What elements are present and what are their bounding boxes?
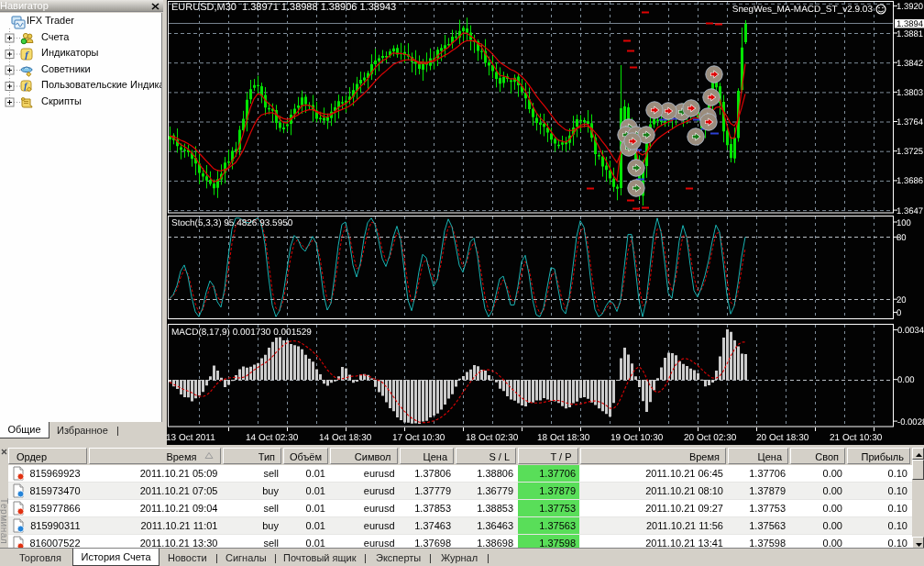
svg-text:0: 0 — [896, 308, 901, 318]
svg-text:1.3764: 1.3764 — [896, 117, 923, 128]
svg-text:1.3920: 1.3920 — [896, 2, 923, 12]
svg-text:1.3725: 1.3725 — [896, 147, 923, 157]
svg-text:80: 80 — [896, 233, 907, 243]
svg-text:100: 100 — [896, 218, 911, 228]
svg-text:EURUSD,M30 1.38971 1.38988 1.: EURUSD,M30 1.38971 1.38988 1.38906 1.389… — [171, 2, 396, 13]
svg-text:1.3894: 1.3894 — [896, 19, 923, 29]
svg-text:20 Oct 02:30: 20 Oct 02:30 — [684, 433, 737, 443]
svg-text:0.00: 0.00 — [897, 375, 915, 385]
svg-text:1.3881: 1.3881 — [896, 29, 923, 39]
svg-text:0.0034: 0.0034 — [897, 326, 924, 336]
svg-text:1.3842: 1.3842 — [896, 59, 923, 69]
svg-text:1.3803: 1.3803 — [896, 88, 923, 98]
svg-text:18 Oct 02:30: 18 Oct 02:30 — [466, 433, 519, 443]
svg-text:Stoch(5,3,3) 95.4826 93.5950: Stoch(5,3,3) 95.4826 93.5950 — [171, 218, 293, 228]
svg-text:SnegWes_MA-MACD_ST_v2.9.03: SnegWes_MA-MACD_ST_v2.9.03 — [732, 5, 874, 15]
svg-text:17 Oct 10:30: 17 Oct 10:30 — [392, 433, 446, 443]
svg-text:-0.0028: -0.0028 — [897, 417, 924, 427]
svg-text:20: 20 — [896, 295, 907, 305]
svg-text:19 Oct 10:30: 19 Oct 10:30 — [610, 433, 664, 443]
svg-text:14 Oct 18:30: 14 Oct 18:30 — [319, 433, 372, 443]
svg-text:20 Oct 18:30: 20 Oct 18:30 — [756, 433, 809, 443]
svg-text:21 Oct 10:30: 21 Oct 10:30 — [830, 433, 883, 443]
svg-text:14 Oct 02:30: 14 Oct 02:30 — [246, 433, 299, 443]
svg-text:1.3647: 1.3647 — [896, 206, 923, 216]
svg-text:18 Oct 18:30: 18 Oct 18:30 — [537, 433, 590, 443]
svg-text:13 Oct 2011: 13 Oct 2011 — [166, 433, 215, 443]
svg-text:MACD(8,17,9) 0.001730 0.001529: MACD(8,17,9) 0.001730 0.001529 — [171, 327, 312, 338]
svg-text:1.3686: 1.3686 — [896, 176, 923, 186]
